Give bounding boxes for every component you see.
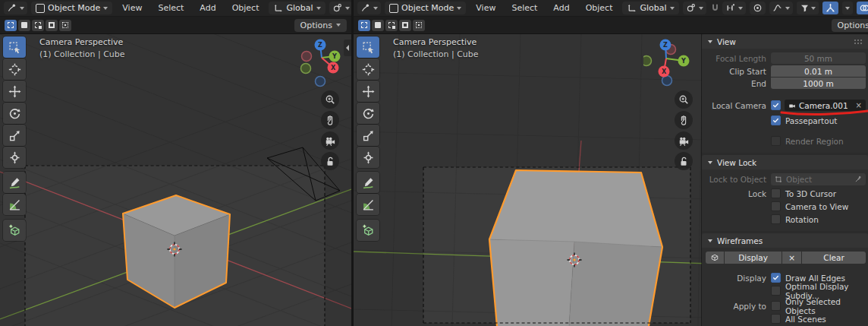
wireframes-display-button[interactable]: Display [725,252,782,264]
menu-add[interactable]: Add [547,3,575,13]
menu-object[interactable]: Object [580,3,619,13]
mode-dropdown[interactable]: Object Mode [385,2,466,14]
to-3d-cursor-checkbox[interactable] [771,188,781,198]
tool-measure[interactable] [357,194,379,215]
sidebar-toggle-arrow[interactable] [344,40,351,56]
tool-transform[interactable] [357,147,379,168]
rotation-checkbox[interactable] [771,214,781,224]
camera-view-button[interactable] [675,131,693,150]
tool-cursor[interactable] [3,59,26,80]
tool-select-box[interactable] [3,36,26,58]
local-camera-checkbox[interactable] [771,100,781,110]
mode-dropdown[interactable]: Object Mode [31,2,112,14]
orientation-dropdown[interactable]: Global [269,2,325,14]
options-button[interactable]: Options [294,19,347,32]
eyedropper-icon[interactable] [854,176,862,183]
zoom-button[interactable] [675,90,693,109]
breadcrumb: (1) Collection | Cube [39,49,125,59]
tool-measure[interactable] [3,194,26,215]
tool-scale[interactable] [3,125,26,146]
menu-add[interactable]: Add [193,3,222,13]
menu-view[interactable]: View [470,3,502,13]
orientation-dropdown[interactable]: Global [622,2,678,14]
panel-wireframes-header[interactable]: Wireframes [702,233,868,248]
menu-object[interactable]: Object [226,3,266,13]
view-name: Camera Perspective [39,37,125,47]
tool-annotate[interactable] [357,172,379,193]
camera-view-button[interactable] [321,131,339,150]
tool-transform[interactable] [3,147,26,168]
tool-cursor[interactable] [357,59,379,80]
gizmos-toggle[interactable] [822,2,838,14]
cube-object[interactable] [489,170,662,326]
tool-rotate[interactable] [357,103,379,124]
overlays-toggle[interactable] [857,2,868,14]
select-mode-intersect[interactable] [413,20,425,31]
render-region-checkbox[interactable] [771,136,781,146]
tool-move[interactable] [3,81,26,102]
local-camera-selector[interactable]: Camera.001 × [785,100,866,111]
select-mode-set[interactable] [358,20,370,31]
clear-camera-button[interactable]: × [856,101,862,109]
select-mode-subtract[interactable] [32,20,44,31]
tool-rotate[interactable] [3,103,26,124]
snap-dropdown[interactable] [722,2,746,14]
select-mode-subtract[interactable] [385,20,398,31]
axis-neg-x-ball[interactable] [302,52,312,62]
axis-neg-y-ball[interactable] [643,56,652,66]
lock-view-button[interactable] [675,152,693,170]
nav-gizmo[interactable]: Z Y X [643,35,692,88]
wireframes-close-button[interactable]: × [782,252,801,264]
optimal-display-checkbox[interactable] [771,286,781,296]
tool-annotate[interactable] [3,172,26,193]
panel-view-lock-header[interactable]: View Lock [702,155,868,169]
tool-select-box[interactable] [357,36,379,58]
passepartout-checkbox[interactable] [771,116,781,125]
viewport-divider[interactable] [351,0,354,326]
select-mode-intersect[interactable] [59,20,71,31]
wireframes-clear-button[interactable]: Clear [802,252,866,264]
wireframe-cube-button[interactable] [706,252,724,264]
tool-add-cube[interactable] [357,220,379,241]
select-mode-invert[interactable] [399,20,411,31]
visibility-filter-dropdown[interactable] [797,2,819,14]
select-mode-invert[interactable] [46,20,58,31]
draw-all-edges-checkbox[interactable] [771,273,781,283]
camera-to-view-checkbox[interactable] [771,201,781,211]
menu-view[interactable]: View [116,3,148,13]
clip-end-field[interactable]: 1000 m [771,78,866,89]
chevron-down-icon [845,7,850,10]
options-button[interactable]: Options [832,19,868,32]
editor-type-button[interactable] [4,2,27,14]
lock-to-object-selector[interactable]: Object [771,173,866,185]
clip-start-field[interactable]: 0.01 m [771,65,866,77]
only-selected-checkbox[interactable] [771,301,781,311]
tool-scale[interactable] [357,125,379,146]
select-mode-extend[interactable] [18,20,30,31]
pan-button[interactable] [321,111,339,129]
panel-title: Wireframes [717,236,763,245]
falloff-dropdown[interactable] [769,2,793,14]
proportional-edit-toggle[interactable] [750,2,766,14]
magnet-icon[interactable] [710,3,720,13]
select-mode-set[interactable] [5,20,17,31]
panel-view-header[interactable]: View [702,34,868,49]
zoom-button[interactable] [321,90,339,109]
pivot-dropdown[interactable] [683,2,706,14]
tool-add-cube[interactable] [3,220,26,241]
axis-neg-y-ball[interactable] [301,64,311,74]
axis-neg-z-ball[interactable] [316,77,326,87]
all-scenes-checkbox[interactable] [771,314,781,324]
menu-select[interactable]: Select [505,3,543,13]
tool-move[interactable] [357,81,379,102]
drag-dots-icon[interactable] [854,40,862,44]
pivot-dropdown[interactable] [329,2,351,14]
focal-length-field[interactable]: 50 mm [771,52,866,64]
pan-button[interactable] [675,111,693,129]
lock-view-button[interactable] [321,152,339,170]
gizmos-dropdown[interactable] [842,2,853,14]
editor-type-button[interactable] [357,2,381,14]
select-mode-extend[interactable] [372,20,384,31]
nav-gizmo[interactable]: Z Y X [299,33,346,88]
menu-select[interactable]: Select [152,3,190,13]
